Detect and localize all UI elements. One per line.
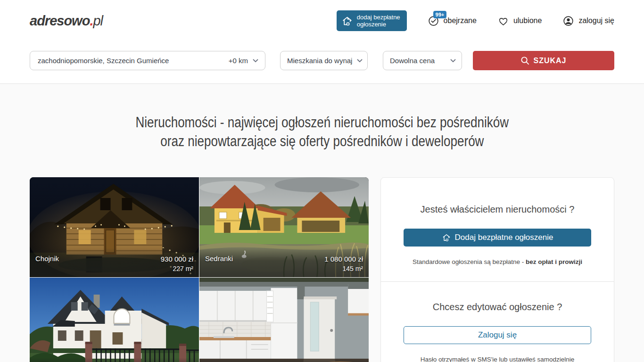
check-circle-icon: 99+ xyxy=(428,15,439,27)
search-bar: zachodniopomorskie, Szczecin Gumieńce +0… xyxy=(30,41,614,83)
listing-caption: Warszawa Wola, ul. 950 000 zł xyxy=(199,358,369,362)
viewed-count-badge: 99+ xyxy=(433,11,447,18)
login-button[interactable]: Zaloguj się xyxy=(404,326,591,344)
nav-login[interactable]: zaloguj się xyxy=(562,15,614,27)
listing-price: 1 080 000 zł xyxy=(324,255,363,264)
price-select[interactable]: Dowolna cena xyxy=(383,51,462,70)
listing-card[interactable]: Sedranki 1 080 000 zł 145 m² xyxy=(199,177,369,277)
listing-caption: Sedranki 1 080 000 zł 145 m² xyxy=(199,248,369,277)
location-value: zachodniopomorskie, Szczecin Gumieńce xyxy=(38,57,225,65)
add-listing-button[interactable]: dodaj bezpłatne ogłoszenie xyxy=(337,10,407,31)
logo[interactable]: adresowo.pl xyxy=(30,13,103,29)
login-button-label: Zaloguj się xyxy=(478,330,517,340)
price-value: Dowolna cena xyxy=(390,57,435,65)
nav-viewed-label: obejrzane xyxy=(444,16,477,25)
page-title: Nieruchomości - najwięcej ogłoszeń nieru… xyxy=(30,113,614,151)
listing-photo-kitchen xyxy=(199,278,369,362)
nav-viewed[interactable]: 99+ obejrzane xyxy=(428,15,477,27)
radius-value: +0 km xyxy=(229,57,248,65)
search-button[interactable]: SZUKAJ xyxy=(473,51,614,70)
user-icon xyxy=(562,15,574,27)
header: adresowo.pl dodaj bezpłatne ogłosz xyxy=(0,0,644,84)
listing-price: 930 000 zł xyxy=(161,255,193,264)
chevron-down-icon xyxy=(450,59,456,63)
listing-card[interactable]: Warszawa Wola, ul. 950 000 zł xyxy=(199,278,369,362)
add-free-listing-button[interactable]: Dodaj bezpłatne ogłoszenie xyxy=(404,229,591,247)
nav-favorites-label: ulubione xyxy=(513,16,542,25)
listing-card[interactable]: Zagacie Podskale, ul. 1 055 000 zł xyxy=(30,278,199,362)
owner-note: Standardowe ogłoszenia są bezpłatne - be… xyxy=(404,258,591,265)
nav-login-label: zaloguj się xyxy=(578,16,614,25)
edit-note: Hasło otrzymałeś w SMS'ie lub ustawiłeś … xyxy=(404,356,591,362)
category-value: Mieszkania do wynajęc xyxy=(287,57,352,65)
add-listing-label: dodaj bezpłatne ogłoszenie xyxy=(357,14,400,28)
listing-card[interactable]: Chojnik 930 000 zł 227 m² xyxy=(30,177,199,277)
heart-icon xyxy=(497,15,509,27)
listing-area: 227 m² xyxy=(161,264,193,273)
search-button-label: SZUKAJ xyxy=(533,57,566,65)
listing-caption: Chojnik 930 000 zł 227 m² xyxy=(30,248,199,277)
chevron-down-icon xyxy=(253,59,258,63)
house-plus-icon xyxy=(442,233,451,242)
search-icon xyxy=(520,56,529,65)
add-free-listing-label: Dodaj bezpłatne ogłoszenie xyxy=(455,233,553,242)
listing-area: 145 m² xyxy=(324,264,363,273)
sidebar-card: Jesteś właścicielem nieruchomości ? Doda… xyxy=(380,177,614,362)
house-plus-icon xyxy=(341,15,353,27)
category-select[interactable]: Mieszkania do wynajęc xyxy=(280,51,368,70)
listing-caption: Zagacie Podskale, ul. 1 055 000 zł xyxy=(30,358,199,362)
nav-favorites[interactable]: ulubione xyxy=(497,15,542,27)
listing-name: Chojnik xyxy=(35,255,161,263)
listing-name: Sedranki xyxy=(205,255,324,263)
owner-section: Jesteś właścicielem nieruchomości ? Doda… xyxy=(381,178,614,281)
listing-photo-white-house xyxy=(30,278,199,362)
listings-grid: Chojnik 930 000 zł 227 m² xyxy=(30,177,369,362)
location-field[interactable]: zachodniopomorskie, Szczecin Gumieńce +0… xyxy=(30,51,265,70)
edit-section: Chcesz edytować ogłoszenie ? Zaloguj się… xyxy=(381,282,614,362)
main-content: Nieruchomości - najwięcej ogłoszeń nieru… xyxy=(0,84,644,362)
radius-select[interactable]: +0 km xyxy=(229,57,258,65)
owner-heading: Jesteś właścicielem nieruchomości ? xyxy=(404,204,591,215)
logo-tld: pl xyxy=(93,13,103,28)
chevron-down-icon xyxy=(357,59,363,63)
edit-heading: Chcesz edytować ogłoszenie ? xyxy=(404,302,591,313)
logo-name: adresowo xyxy=(30,13,90,28)
